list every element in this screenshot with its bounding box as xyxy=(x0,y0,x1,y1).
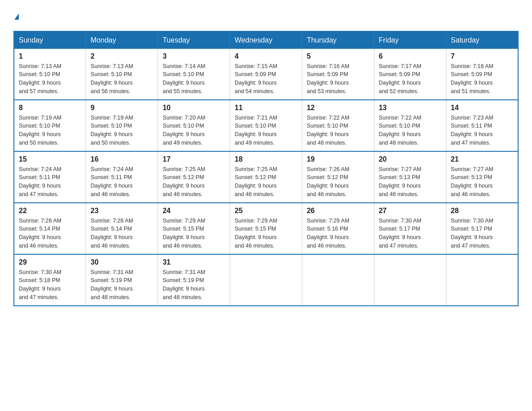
calendar-cell: 7 Sunrise: 7:18 AMSunset: 5:09 PMDayligh… xyxy=(446,49,518,100)
weekday-header-sunday: Sunday xyxy=(14,31,86,49)
day-number: 6 xyxy=(379,52,442,60)
day-info: Sunrise: 7:24 AMSunset: 5:11 PMDaylight:… xyxy=(19,166,61,197)
calendar-cell: 15 Sunrise: 7:24 AMSunset: 5:11 PMDaylig… xyxy=(14,151,86,203)
day-number: 14 xyxy=(451,104,513,112)
day-number: 8 xyxy=(19,104,81,112)
calendar-cell: 12 Sunrise: 7:22 AMSunset: 5:10 PMDaylig… xyxy=(302,100,374,151)
day-number: 3 xyxy=(163,52,225,60)
calendar-cell xyxy=(446,254,518,306)
day-number: 20 xyxy=(379,155,442,163)
day-number: 16 xyxy=(90,155,153,163)
day-info: Sunrise: 7:27 AMSunset: 5:13 PMDaylight:… xyxy=(379,166,421,197)
day-info: Sunrise: 7:17 AMSunset: 5:09 PMDaylight:… xyxy=(379,63,421,94)
day-number: 4 xyxy=(235,52,297,60)
day-number: 13 xyxy=(379,104,442,112)
day-number: 19 xyxy=(307,155,369,163)
calendar-cell: 11 Sunrise: 7:21 AMSunset: 5:10 PMDaylig… xyxy=(230,100,302,151)
day-number: 24 xyxy=(163,207,225,215)
day-info: Sunrise: 7:22 AMSunset: 5:10 PMDaylight:… xyxy=(307,115,349,146)
calendar-cell: 16 Sunrise: 7:24 AMSunset: 5:11 PMDaylig… xyxy=(86,151,158,203)
calendar-header: SundayMondayTuesdayWednesdayThursdayFrid… xyxy=(14,31,518,49)
logo xyxy=(13,9,19,22)
calendar-cell: 3 Sunrise: 7:14 AMSunset: 5:10 PMDayligh… xyxy=(158,49,230,100)
calendar-week-3: 15 Sunrise: 7:24 AMSunset: 5:11 PMDaylig… xyxy=(14,151,518,203)
day-info: Sunrise: 7:24 AMSunset: 5:11 PMDaylight:… xyxy=(90,166,133,197)
calendar-cell: 14 Sunrise: 7:23 AMSunset: 5:11 PMDaylig… xyxy=(446,100,518,151)
day-info: Sunrise: 7:19 AMSunset: 5:10 PMDaylight:… xyxy=(90,115,133,146)
weekday-header-saturday: Saturday xyxy=(446,31,518,49)
day-info: Sunrise: 7:29 AMSunset: 5:15 PMDaylight:… xyxy=(235,218,277,249)
calendar-cell: 13 Sunrise: 7:22 AMSunset: 5:10 PMDaylig… xyxy=(374,100,446,151)
calendar-cell: 1 Sunrise: 7:13 AMSunset: 5:10 PMDayligh… xyxy=(14,49,86,100)
calendar-cell: 17 Sunrise: 7:25 AMSunset: 5:12 PMDaylig… xyxy=(158,151,230,203)
day-number: 7 xyxy=(451,52,513,60)
day-info: Sunrise: 7:23 AMSunset: 5:11 PMDaylight:… xyxy=(451,115,493,146)
day-number: 28 xyxy=(451,207,513,215)
day-info: Sunrise: 7:30 AMSunset: 5:18 PMDaylight:… xyxy=(19,269,61,300)
day-info: Sunrise: 7:27 AMSunset: 5:13 PMDaylight:… xyxy=(451,166,493,197)
day-number: 15 xyxy=(19,155,81,163)
calendar-body: 1 Sunrise: 7:13 AMSunset: 5:10 PMDayligh… xyxy=(14,49,518,306)
day-number: 11 xyxy=(235,104,297,112)
calendar-cell: 6 Sunrise: 7:17 AMSunset: 5:09 PMDayligh… xyxy=(374,49,446,100)
weekday-header-wednesday: Wednesday xyxy=(230,31,302,49)
calendar-table: SundayMondayTuesdayWednesdayThursdayFrid… xyxy=(13,31,519,306)
day-number: 18 xyxy=(235,155,297,163)
day-number: 5 xyxy=(307,52,369,60)
day-info: Sunrise: 7:30 AMSunset: 5:17 PMDaylight:… xyxy=(379,218,421,249)
day-info: Sunrise: 7:21 AMSunset: 5:10 PMDaylight:… xyxy=(235,115,277,146)
day-info: Sunrise: 7:28 AMSunset: 5:14 PMDaylight:… xyxy=(19,218,61,249)
calendar-cell: 21 Sunrise: 7:27 AMSunset: 5:13 PMDaylig… xyxy=(446,151,518,203)
calendar-cell: 26 Sunrise: 7:29 AMSunset: 5:16 PMDaylig… xyxy=(302,203,374,254)
calendar-cell: 24 Sunrise: 7:29 AMSunset: 5:15 PMDaylig… xyxy=(158,203,230,254)
day-number: 30 xyxy=(90,258,153,266)
day-info: Sunrise: 7:30 AMSunset: 5:17 PMDaylight:… xyxy=(451,218,493,249)
calendar-week-5: 29 Sunrise: 7:30 AMSunset: 5:18 PMDaylig… xyxy=(14,254,518,306)
calendar-week-2: 8 Sunrise: 7:19 AMSunset: 5:10 PMDayligh… xyxy=(14,100,518,151)
day-number: 25 xyxy=(235,207,297,215)
day-number: 26 xyxy=(307,207,369,215)
calendar-cell: 4 Sunrise: 7:15 AMSunset: 5:09 PMDayligh… xyxy=(230,49,302,100)
calendar-week-1: 1 Sunrise: 7:13 AMSunset: 5:10 PMDayligh… xyxy=(14,49,518,100)
day-info: Sunrise: 7:31 AMSunset: 5:19 PMDaylight:… xyxy=(163,269,205,300)
calendar-cell: 9 Sunrise: 7:19 AMSunset: 5:10 PMDayligh… xyxy=(86,100,158,151)
calendar-cell xyxy=(302,254,374,306)
calendar-cell xyxy=(230,254,302,306)
calendar-cell: 20 Sunrise: 7:27 AMSunset: 5:13 PMDaylig… xyxy=(374,151,446,203)
calendar-cell: 27 Sunrise: 7:30 AMSunset: 5:17 PMDaylig… xyxy=(374,203,446,254)
day-number: 17 xyxy=(163,155,225,163)
day-number: 23 xyxy=(90,207,153,215)
calendar-cell: 5 Sunrise: 7:16 AMSunset: 5:09 PMDayligh… xyxy=(302,49,374,100)
calendar-cell: 30 Sunrise: 7:31 AMSunset: 5:19 PMDaylig… xyxy=(86,254,158,306)
day-number: 27 xyxy=(379,207,442,215)
calendar-cell: 28 Sunrise: 7:30 AMSunset: 5:17 PMDaylig… xyxy=(446,203,518,254)
calendar-cell: 23 Sunrise: 7:28 AMSunset: 5:14 PMDaylig… xyxy=(86,203,158,254)
calendar-cell: 10 Sunrise: 7:20 AMSunset: 5:10 PMDaylig… xyxy=(158,100,230,151)
day-info: Sunrise: 7:29 AMSunset: 5:15 PMDaylight:… xyxy=(163,218,205,249)
day-number: 21 xyxy=(451,155,513,163)
calendar-cell xyxy=(374,254,446,306)
day-info: Sunrise: 7:22 AMSunset: 5:10 PMDaylight:… xyxy=(379,115,421,146)
calendar-cell: 25 Sunrise: 7:29 AMSunset: 5:15 PMDaylig… xyxy=(230,203,302,254)
calendar-cell: 22 Sunrise: 7:28 AMSunset: 5:14 PMDaylig… xyxy=(14,203,86,254)
day-number: 29 xyxy=(19,258,81,266)
day-number: 22 xyxy=(19,207,81,215)
calendar-cell: 29 Sunrise: 7:30 AMSunset: 5:18 PMDaylig… xyxy=(14,254,86,306)
calendar-cell: 31 Sunrise: 7:31 AMSunset: 5:19 PMDaylig… xyxy=(158,254,230,306)
day-info: Sunrise: 7:16 AMSunset: 5:09 PMDaylight:… xyxy=(307,63,349,94)
day-number: 10 xyxy=(163,104,225,112)
weekday-header-tuesday: Tuesday xyxy=(158,31,230,49)
day-info: Sunrise: 7:20 AMSunset: 5:10 PMDaylight:… xyxy=(163,115,205,146)
calendar-cell: 8 Sunrise: 7:19 AMSunset: 5:10 PMDayligh… xyxy=(14,100,86,151)
day-info: Sunrise: 7:28 AMSunset: 5:14 PMDaylight:… xyxy=(90,218,133,249)
day-info: Sunrise: 7:15 AMSunset: 5:09 PMDaylight:… xyxy=(235,63,277,94)
day-info: Sunrise: 7:29 AMSunset: 5:16 PMDaylight:… xyxy=(307,218,349,249)
day-info: Sunrise: 7:13 AMSunset: 5:10 PMDaylight:… xyxy=(90,63,133,94)
day-info: Sunrise: 7:31 AMSunset: 5:19 PMDaylight:… xyxy=(90,269,133,300)
day-info: Sunrise: 7:13 AMSunset: 5:10 PMDaylight:… xyxy=(19,63,61,94)
calendar-cell: 18 Sunrise: 7:25 AMSunset: 5:12 PMDaylig… xyxy=(230,151,302,203)
day-info: Sunrise: 7:25 AMSunset: 5:12 PMDaylight:… xyxy=(235,166,277,197)
calendar-week-4: 22 Sunrise: 7:28 AMSunset: 5:14 PMDaylig… xyxy=(14,203,518,254)
weekday-header-monday: Monday xyxy=(86,31,158,49)
day-number: 1 xyxy=(19,52,81,60)
